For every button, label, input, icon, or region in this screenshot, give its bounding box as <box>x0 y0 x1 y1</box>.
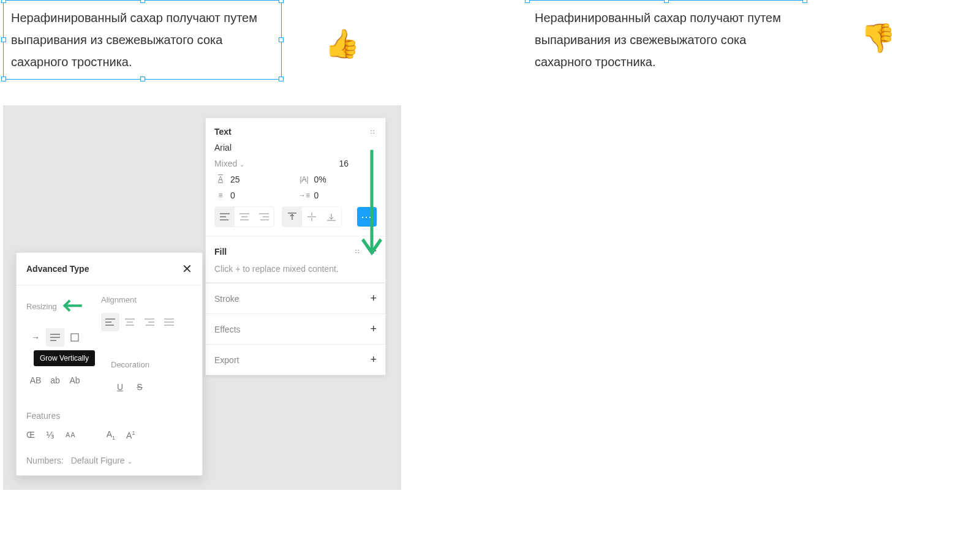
annotation-arrow-down-icon <box>360 150 383 279</box>
align-center-icon[interactable] <box>235 207 254 227</box>
effects-label: Effects <box>214 325 241 334</box>
resize-handle[interactable] <box>140 0 145 3</box>
resize-handle[interactable] <box>664 0 669 3</box>
thumbs-down-icon: 👍 <box>861 24 895 53</box>
case-lower[interactable]: ab <box>46 371 64 389</box>
fill-placeholder: Click + to replace mixed content. <box>214 264 377 274</box>
resize-handle[interactable] <box>525 0 530 3</box>
resize-handle[interactable] <box>1 77 6 81</box>
valign-middle-icon[interactable] <box>302 207 322 227</box>
resize-handle[interactable] <box>1 0 6 3</box>
advanced-type-popover: Advanced Type ✕ Resizing → Grow Vertical… <box>16 252 203 476</box>
svg-rect-21 <box>71 334 78 341</box>
effects-section[interactable]: Effects + <box>206 314 385 344</box>
resize-fixed-icon[interactable] <box>66 328 84 347</box>
resize-grow-vertical-icon[interactable]: Grow Vertically <box>46 328 64 347</box>
valign-top-icon[interactable] <box>282 207 302 227</box>
small-caps-icon[interactable]: AA <box>66 431 76 438</box>
align-left-icon[interactable] <box>215 207 235 227</box>
numbers-dropdown[interactable]: Default Figure ⌄ <box>71 456 132 465</box>
text-section-title: Text <box>214 127 232 137</box>
letter-spacing-icon: |A| <box>298 175 311 184</box>
decoration-label: Decoration <box>111 360 149 369</box>
case-title[interactable]: Ab <box>66 371 84 389</box>
numbers-label: Numbers: <box>26 456 64 465</box>
strikethrough-icon[interactable]: S <box>130 378 149 396</box>
para-spacing[interactable]: 0 <box>230 190 235 200</box>
resize-handle[interactable] <box>140 77 145 81</box>
resize-handle[interactable] <box>279 77 284 81</box>
v-align-segmented[interactable] <box>282 206 342 227</box>
resize-handle[interactable] <box>802 0 807 3</box>
bad-text-frame[interactable]: Нерафинированный сахар получают путем вы… <box>527 0 805 80</box>
align-left-icon[interactable] <box>101 313 119 331</box>
close-icon[interactable]: ✕ <box>182 261 192 276</box>
align-center-icon[interactable] <box>121 313 139 331</box>
ligatures-icon[interactable]: Œ <box>26 430 35 440</box>
fill-section-title: Fill <box>214 247 227 257</box>
alignment-label: Alignment <box>101 295 178 304</box>
line-height-icon: A <box>214 175 227 184</box>
align-right-icon[interactable] <box>140 313 159 331</box>
sample-text: Нерафинированный сахар получают путем вы… <box>11 11 257 69</box>
letter-spacing[interactable]: 0% <box>314 175 326 184</box>
good-text-frame[interactable]: Нерафинированный сахар получают путем вы… <box>3 0 282 80</box>
font-family[interactable]: Arial <box>214 143 232 152</box>
h-align-segmented[interactable] <box>214 206 274 227</box>
font-weight[interactable]: Mixed ⌄ <box>214 159 244 168</box>
font-size[interactable]: 16 <box>339 159 349 168</box>
features-label: Features <box>26 411 192 421</box>
annotation-arrow-diag-icon <box>55 292 86 323</box>
resize-handle[interactable] <box>279 37 284 42</box>
export-label: Export <box>214 355 239 365</box>
align-justify-icon[interactable] <box>160 313 178 331</box>
export-section[interactable]: Export + <box>206 344 385 375</box>
subscript-icon[interactable]: A1 <box>107 429 115 441</box>
underline-icon[interactable]: U <box>111 378 129 396</box>
resizing-label: Resizing <box>26 302 57 311</box>
stroke-section[interactable]: Stroke + <box>206 283 385 314</box>
thumbs-up-icon: 👍 <box>325 29 360 58</box>
resize-handle[interactable] <box>1 37 6 42</box>
resize-grow-horizontal-icon[interactable]: → <box>26 328 45 347</box>
sample-text: Нерафинированный сахар получают путем вы… <box>535 11 781 69</box>
stroke-label: Stroke <box>214 294 239 304</box>
popover-title: Advanced Type <box>26 264 89 274</box>
add-stroke-icon[interactable]: + <box>370 292 377 305</box>
fractions-icon[interactable]: ⅓ <box>46 430 55 440</box>
para-spacing-icon: ≡ <box>214 191 227 200</box>
text-inspector-panel: Text ∷ Arial Mixed ⌄ 16 A 25 |A| 0% ≡ 0 … <box>205 118 386 375</box>
add-export-icon[interactable]: + <box>370 353 377 366</box>
para-indent-icon: →≡ <box>298 191 311 200</box>
superscript-icon[interactable]: A1 <box>126 430 135 440</box>
para-indent[interactable]: 0 <box>314 190 319 200</box>
align-right-icon[interactable] <box>254 207 274 227</box>
case-upper[interactable]: AB <box>26 371 45 389</box>
add-effect-icon[interactable]: + <box>370 323 377 336</box>
resize-handle[interactable] <box>279 0 284 3</box>
style-variants-icon[interactable]: ∷ <box>371 129 377 135</box>
valign-bottom-icon[interactable] <box>322 207 341 227</box>
line-height[interactable]: 25 <box>230 175 240 184</box>
svg-line-17 <box>65 297 82 314</box>
tooltip: Grow Vertically <box>34 350 95 366</box>
